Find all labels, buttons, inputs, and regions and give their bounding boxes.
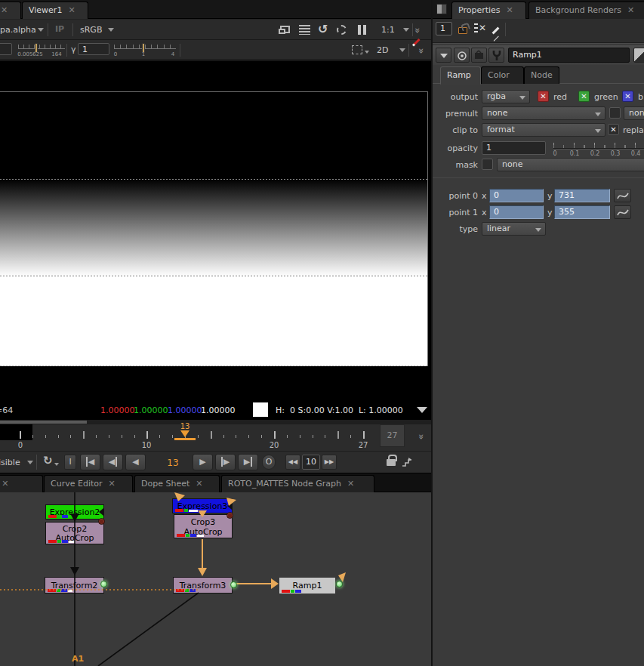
collapse-chevrons-icon[interactable]: » [412, 28, 424, 32]
point1-y-field[interactable]: 355 [554, 205, 610, 219]
chevron-down-icon[interactable] [108, 28, 114, 32]
handle-dot-transform3[interactable] [230, 581, 237, 588]
point0-x-field[interactable]: 0 [489, 189, 544, 202]
goto-end-button[interactable]: ▶ [238, 454, 258, 470]
red-checkbox[interactable]: ✕ [538, 91, 549, 102]
opacity-slider[interactable] [553, 148, 644, 150]
premult-invert-checkbox[interactable] [609, 107, 621, 119]
timeline-ruler[interactable]: 0 10 20 27 13 27 » [0, 424, 431, 451]
gamma-slider[interactable] [114, 48, 176, 49]
gain-input[interactable] [0, 43, 12, 55]
visible-dropdown[interactable]: isible [0, 458, 20, 467]
zoom-level-dropdown[interactable]: 1:1 [381, 25, 395, 35]
current-frame-field[interactable]: 13 [162, 458, 184, 468]
point1-animation-curve-button[interactable] [614, 205, 631, 219]
pane-menu-icon[interactable] [436, 4, 447, 14]
chevron-down-icon[interactable] [365, 51, 369, 54]
viewer-lut-dropdown[interactable]: sRGB [80, 25, 102, 35]
range-end-box[interactable]: 27 [380, 424, 405, 447]
stylus-icon[interactable] [412, 39, 421, 47]
next-frame-button[interactable]: ▶ [215, 454, 236, 470]
goto-start-button[interactable]: ◀ [80, 454, 100, 470]
tab-roto-mattes-node-graph[interactable]: ROTO_MATTES Node Graph✕ [221, 475, 374, 492]
tab-viewer1[interactable]: Viewer1✕ [22, 2, 88, 19]
node-crop2[interactable]: Crop2 AutoCrop [45, 522, 104, 544]
handle-dot-transform2[interactable] [100, 581, 107, 587]
close-icon[interactable]: ✕ [68, 2, 75, 19]
gamma-input[interactable]: 1 [78, 43, 109, 55]
close-all-panels-icon[interactable]: ✕ [479, 23, 486, 33]
type-dropdown[interactable]: linear [482, 222, 546, 236]
point0-y-field[interactable]: 731 [554, 189, 610, 202]
view-mode-dropdown[interactable]: 2D [377, 45, 388, 55]
out-point-button[interactable]: O [262, 455, 276, 470]
roi-icon[interactable] [337, 25, 347, 35]
clipto-dropdown[interactable]: format [482, 123, 605, 137]
close-icon[interactable]: ✕ [109, 476, 116, 492]
mask-dropdown[interactable]: none [497, 158, 644, 171]
chevron-down-icon[interactable] [399, 48, 405, 52]
fps-field[interactable]: 10 [302, 455, 320, 470]
premult-mask-dropdown[interactable]: none [624, 106, 644, 120]
partial-tab[interactable]: ✕ [0, 2, 21, 19]
node-ramp1[interactable]: Ramp1 [279, 577, 336, 594]
close-icon[interactable]: ✕ [627, 2, 634, 19]
wrench-icon[interactable] [488, 48, 504, 63]
play-button[interactable]: ▶ [193, 454, 213, 470]
timeline-scrollbar-thumb[interactable] [0, 421, 87, 424]
point0-animation-curve-button[interactable] [614, 189, 631, 202]
tab-properties[interactable]: Properties✕ [451, 2, 526, 19]
node-expression3[interactable]: Expression3 [172, 498, 233, 513]
node-crop3[interactable]: Crop3 AutoCrop [174, 514, 233, 538]
viewer-canvas[interactable] [0, 61, 431, 400]
collapse-chevrons-icon[interactable]: » [416, 48, 427, 53]
selection-box-icon[interactable] [352, 45, 362, 54]
postage-stamp-button[interactable] [471, 48, 487, 63]
collapse-panel-button[interactable] [436, 48, 451, 63]
close-icon[interactable]: ✕ [196, 476, 202, 492]
premult-dropdown[interactable]: none [482, 106, 605, 120]
loop-mode-icon[interactable]: ↻ [43, 454, 53, 467]
green-checkbox[interactable]: ✕ [578, 91, 590, 102]
refresh-icon[interactable]: ↺ [318, 22, 328, 36]
pause-icon[interactable] [358, 25, 361, 35]
tab-background-renders[interactable]: Background Renders✕ [528, 2, 644, 19]
input-process-button[interactable]: IP [55, 24, 64, 34]
float-panel-button[interactable] [633, 48, 644, 63]
node-transform3[interactable]: Transform3 [173, 577, 233, 594]
chevron-down-icon[interactable] [38, 28, 44, 32]
lock-range-icon[interactable] [387, 459, 396, 466]
opacity-input[interactable]: 1 [482, 141, 546, 155]
stack-layers-icon[interactable] [299, 25, 310, 35]
lock-panels-icon[interactable] [458, 27, 467, 34]
close-icon[interactable]: ✕ [507, 2, 513, 19]
tab-dope-sheet[interactable]: Dope Sheet✕ [134, 475, 220, 492]
node-name-field[interactable]: Ramp1 [508, 48, 630, 63]
handle-dot-ramp1[interactable] [336, 581, 343, 587]
playhead-marker[interactable] [180, 430, 190, 437]
point1-x-field[interactable]: 0 [489, 205, 544, 219]
close-icon[interactable]: ✕ [2, 476, 8, 492]
tab-node-graph[interactable]: raph✕ [0, 475, 43, 492]
frame-range-mode-icon[interactable] [401, 456, 413, 468]
chevron-down-icon[interactable] [417, 407, 427, 413]
tab-color[interactable]: Color [481, 66, 524, 84]
in-point-button[interactable]: I [64, 455, 76, 470]
pencil-icon[interactable] [492, 27, 500, 35]
node-graph-canvas[interactable]: Expression2 Crop2 AutoCrop Expression3 C… [0, 492, 431, 666]
close-icon[interactable]: ✕ [347, 476, 354, 492]
tab-curve-editor[interactable]: Curve Editor✕ [44, 475, 133, 492]
tab-ramp[interactable]: Ramp [440, 66, 481, 85]
chevron-down-icon[interactable] [27, 461, 33, 464]
replace-checkbox[interactable]: ✕ [608, 124, 619, 135]
node-expression2[interactable]: Expression2 [45, 504, 104, 520]
close-icon[interactable]: ✕ [1, 2, 8, 19]
step-forward-button[interactable]: ▶▶ [322, 455, 337, 470]
node-transform2[interactable]: Transform2 [45, 577, 104, 594]
blue-checkbox[interactable]: ✕ [622, 91, 633, 102]
output-dropdown[interactable]: rgba [482, 90, 530, 103]
prev-keyframe-button[interactable]: ◀ [103, 454, 123, 470]
center-in-nodegraph-button[interactable] [454, 48, 470, 63]
channels-dropdown[interactable]: pa.alpha [0, 25, 36, 35]
collapse-chevrons-icon[interactable]: » [416, 434, 427, 439]
